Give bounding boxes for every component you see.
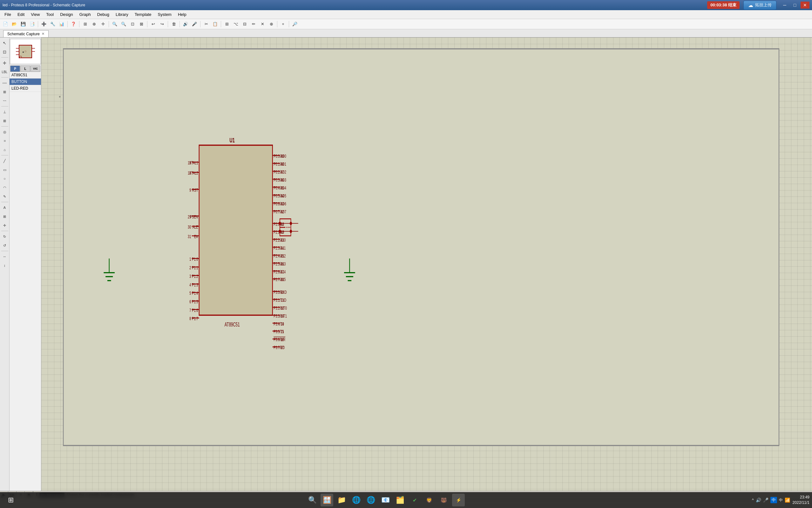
menu-item-graph[interactable]: Graph xyxy=(76,11,94,18)
tb-mic[interactable]: 🎤 xyxy=(190,20,199,28)
lt-symbol[interactable]: ⊞ xyxy=(1,212,9,221)
lt-probe[interactable]: ◎ xyxy=(1,128,9,136)
lt-arc[interactable]: ◠ xyxy=(1,183,9,192)
lt-line[interactable]: ╱ xyxy=(1,157,9,165)
tb-cross[interactable]: ✛ xyxy=(99,20,107,28)
lt-flip-v[interactable]: ↕ xyxy=(1,261,9,269)
taskbar-app1[interactable]: ✔ xyxy=(408,494,421,506)
comp-item-button[interactable]: BUTTON xyxy=(9,79,41,85)
tb-bom[interactable]: 📊 xyxy=(57,20,66,28)
tab-close-icon[interactable]: ✕ xyxy=(42,32,44,36)
tb-zoom-area[interactable]: ⊠ xyxy=(137,20,145,28)
tb-probe[interactable]: ⊕ xyxy=(267,20,276,28)
minimize-button[interactable]: ─ xyxy=(780,2,789,9)
lt-circle[interactable]: ○ xyxy=(1,174,9,183)
taskbar-mail[interactable]: 📧 xyxy=(379,494,392,506)
menu-item-tool[interactable]: Tool xyxy=(43,11,57,18)
comp-tab-vic[interactable]: VIC xyxy=(31,66,40,72)
lt-gen[interactable]: ⌂ xyxy=(1,145,9,154)
tb-zoom-out[interactable]: 🔍 xyxy=(120,20,128,28)
tb-wire[interactable]: ⌥ xyxy=(232,20,240,28)
taskbar-explorer[interactable]: 📁 xyxy=(335,494,348,506)
main-layout: ↖ ⊡ ✛ LBL === ⊞ ~~ ⊥ ⊞ ◎ ⌗ ⌂ ╱ ▭ ○ ◠ ✎ A… xyxy=(0,38,812,491)
tb-netlist[interactable]: 🔧 xyxy=(49,20,57,28)
tray-volume[interactable]: 🎤 xyxy=(763,498,768,503)
tb-cancel[interactable]: ✕ xyxy=(258,20,267,28)
menu-item-view[interactable]: View xyxy=(28,11,43,18)
menu-item-library[interactable]: Library xyxy=(112,11,132,18)
taskbar-browser2[interactable]: 🌐 xyxy=(365,494,377,506)
lt-component[interactable]: ⊡ xyxy=(1,48,9,56)
lt-rotate[interactable]: ↻ xyxy=(1,232,9,241)
menu-item-help[interactable]: Help xyxy=(175,11,190,18)
tb-help[interactable]: ❓ xyxy=(69,20,78,28)
tb-vol-up[interactable]: 🔊 xyxy=(181,20,190,28)
taskbar-files[interactable]: 🗂️ xyxy=(394,494,406,506)
taskbar-app3[interactable]: 🐻 xyxy=(437,494,450,506)
title-bar: led - Proteus 8 Professional - Schematic… xyxy=(0,0,812,10)
menu-item-design[interactable]: Design xyxy=(57,11,76,18)
taskbar-search[interactable]: 🔍 xyxy=(306,494,319,506)
lt-wire[interactable]: LBL xyxy=(1,68,9,76)
lt-junction[interactable]: ✛ xyxy=(1,59,9,67)
tb-origin[interactable]: ⊕ xyxy=(90,20,98,28)
menu-item-template[interactable]: Template xyxy=(132,11,155,18)
menu-item-file[interactable]: File xyxy=(1,11,14,18)
canvas-area[interactable]: U1 XTAL1 19 XTAL2 18 RST 9 PSEN 29 ALE 3… xyxy=(41,38,812,491)
comp-tab-l[interactable]: L xyxy=(20,66,30,72)
maximize-button[interactable]: □ xyxy=(791,2,799,9)
tb-save-as[interactable]: 📑 xyxy=(28,20,36,28)
tb-cut[interactable]: ✂ xyxy=(202,20,210,28)
tray-chevron[interactable]: ^ xyxy=(752,498,754,502)
tb-new[interactable]: 📄 xyxy=(1,20,9,28)
comp-item-led-red[interactable]: LED-RED xyxy=(9,85,41,92)
tb-redo[interactable]: ↪ xyxy=(158,20,166,28)
tray-wifi[interactable]: 📶 xyxy=(785,498,790,503)
taskbar-proteus[interactable]: ⚡ xyxy=(452,494,465,506)
tab-schematic[interactable]: Schematic Capture ✕ xyxy=(3,30,49,37)
clock-area[interactable]: 23:49 2022/11/1 xyxy=(793,495,809,505)
lt-text[interactable]: A xyxy=(1,204,9,212)
taskbar-taskview[interactable]: 🪟 xyxy=(321,494,333,506)
tb-bus[interactable]: ⊟ xyxy=(240,20,249,28)
lt-power[interactable]: ⊥ xyxy=(1,108,9,116)
taskbar-app2[interactable]: 🦁 xyxy=(423,494,436,506)
lt-ground[interactable]: ⊞ xyxy=(1,117,9,125)
upload-button[interactable]: ☁ 拓挂上传 xyxy=(744,1,776,10)
start-button[interactable]: ⊞ xyxy=(3,494,19,506)
tb-snap-on[interactable]: ⊞ xyxy=(81,20,89,28)
lt-tape[interactable]: ⌗ xyxy=(1,137,9,145)
tb-copy[interactable]: 📋 xyxy=(211,20,219,28)
comp-tab-p[interactable]: P xyxy=(10,66,20,72)
tb-open[interactable]: 📂 xyxy=(10,20,18,28)
tb-search[interactable]: 🔎 xyxy=(291,20,299,28)
lt-rotate-ccw[interactable]: ↺ xyxy=(1,241,9,250)
tb-add-sheet[interactable]: ➕ xyxy=(40,20,48,28)
tray-ime[interactable]: 中 xyxy=(770,497,777,503)
comp-item-at89c51[interactable]: AT89C51 xyxy=(9,72,41,79)
lt-rect[interactable]: ▭ xyxy=(1,166,9,174)
tb-undo[interactable]: ↩ xyxy=(149,20,157,28)
tb-add-part[interactable]: + xyxy=(279,20,287,28)
taskbar-edge[interactable]: 🌐 xyxy=(350,494,363,506)
menu-item-system[interactable]: System xyxy=(155,11,175,18)
tb-save[interactable]: 💾 xyxy=(19,20,27,28)
close-button[interactable]: ✕ xyxy=(801,2,809,9)
tray-lang[interactable]: 中 xyxy=(779,498,783,503)
tb-delete[interactable]: 🗑 xyxy=(170,20,178,28)
taskbar-left: ⊞ xyxy=(3,494,19,506)
tb-zoom-full[interactable]: ⊡ xyxy=(128,20,137,28)
lt-bus[interactable]: === xyxy=(1,79,9,87)
menu-item-edit[interactable]: Edit xyxy=(14,11,28,18)
tb-block[interactable]: ⊞ xyxy=(223,20,231,28)
menu-item-debug[interactable]: Debug xyxy=(94,11,112,18)
lt-path[interactable]: ✎ xyxy=(1,192,9,201)
lt-flip-h[interactable]: ↔ xyxy=(1,252,9,261)
tb-zoom-in[interactable]: 🔍 xyxy=(110,20,119,28)
lt-markers[interactable]: ✛ xyxy=(1,221,9,229)
lt-netlabel[interactable]: ~~ xyxy=(1,97,9,105)
lt-select[interactable]: ↖ xyxy=(1,39,9,47)
tray-network[interactable]: 🔊 xyxy=(756,498,761,503)
tb-marker[interactable]: ✏ xyxy=(249,20,258,28)
lt-busentry[interactable]: ⊞ xyxy=(1,88,9,96)
